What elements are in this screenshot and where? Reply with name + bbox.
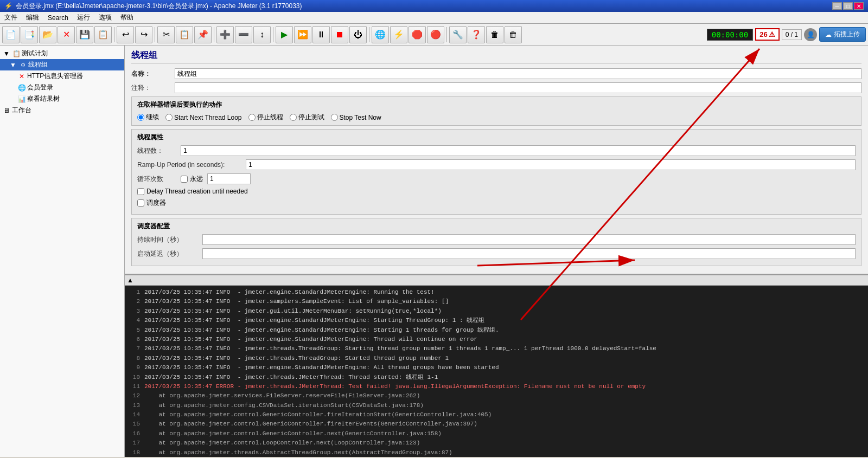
start-delay-input[interactable] <box>202 248 856 259</box>
maximize-button[interactable]: □ <box>843 2 853 10</box>
log-line: 22017/03/25 10:35:47 INFO - jmeter.sampl… <box>127 297 866 306</box>
delay-thread-checkbox[interactable] <box>137 188 144 195</box>
close-button[interactable]: ✕ <box>854 2 864 10</box>
radio-continue[interactable]: 继续 <box>137 113 159 122</box>
save-as-button[interactable]: 📋 <box>94 26 112 43</box>
clear-button[interactable]: 🗑 <box>486 26 503 43</box>
warning-badge[interactable]: 26 ⚠ <box>755 28 779 41</box>
menu-help[interactable]: 帮助 <box>116 12 138 23</box>
menu-search[interactable]: Search <box>43 13 73 23</box>
start-no-pause-button[interactable]: ⏩ <box>294 26 311 43</box>
copy-button[interactable]: 📋 <box>176 26 193 43</box>
log-line: 72017/03/25 10:35:47 INFO - jmeter.threa… <box>127 344 866 353</box>
comment-input[interactable] <box>175 82 861 93</box>
cut-button[interactable]: ✂ <box>157 26 175 43</box>
log-line: 92017/03/25 10:35:47 INFO - jmeter.engin… <box>127 363 866 372</box>
scheduler-label[interactable]: 调度器 <box>137 198 166 208</box>
expand-button[interactable]: ➕ <box>216 26 234 43</box>
log-lines-container: 12017/03/25 10:35:47 INFO - jmeter.engin… <box>127 288 866 457</box>
start-delay-row: 启动延迟（秒） <box>137 248 856 259</box>
tree-item-login[interactable]: 🌐 会员登录 <box>0 82 124 93</box>
radio-next-loop[interactable]: Start Next Thread Loop <box>165 114 242 121</box>
remote-stop-all-button[interactable]: 🔴 <box>427 26 444 43</box>
menu-options[interactable]: 选项 <box>94 12 116 23</box>
expand-icon: ▼ <box>2 49 11 58</box>
remote-stop-button[interactable]: 🛑 <box>409 26 426 43</box>
redo-button[interactable]: ↪ <box>135 26 152 43</box>
tree-item-workbench[interactable]: 🖥 工作台 <box>0 105 124 116</box>
thread-count-row: 线程数： <box>137 145 856 156</box>
separator-5 <box>369 27 369 42</box>
stop-button[interactable]: ⏹ <box>331 26 348 43</box>
shutdown-button[interactable]: ⏻ <box>349 26 367 43</box>
radio-stop-test-now[interactable]: Stop Test Now <box>331 114 381 121</box>
workbench-icon: 🖥 <box>2 106 11 115</box>
log-line: 13 at org.apache.jmeter.config.CSVDataSe… <box>127 401 866 410</box>
collapse-button[interactable]: ➖ <box>235 26 252 43</box>
ramp-up-label: Ramp-Up Period (in seconds): <box>137 161 246 169</box>
tree-item-http-header[interactable]: ✕ HTTP信息头管理器 <box>0 70 124 82</box>
tree-item-label-3: HTTP信息头管理器 <box>27 72 83 81</box>
ramp-up-input[interactable] <box>246 159 856 170</box>
clear-all-button[interactable]: 🗑 <box>505 26 522 43</box>
tree-item-thread-group[interactable]: ▼ ⚙ 线程组 <box>0 59 124 70</box>
open-button[interactable]: 📂 <box>39 26 56 43</box>
log-line: 112017/03/25 10:35:47 ERROR - jmeter.thr… <box>127 382 866 391</box>
thread-props-section: 线程属性 线程数： Ramp-Up Period (in seconds): 循… <box>131 129 861 215</box>
minimize-button[interactable]: ─ <box>832 2 842 10</box>
menu-edit[interactable]: 编辑 <box>22 12 43 23</box>
tree-item-test-plan[interactable]: ▼ 📋 测试计划 <box>0 48 124 59</box>
help-button[interactable]: ❓ <box>468 26 485 43</box>
name-input[interactable] <box>175 68 861 79</box>
pause-button[interactable]: ⏸ <box>312 26 330 43</box>
log-toggle-icon[interactable]: ▲ <box>127 276 133 284</box>
forever-checkbox-label[interactable]: 永远 <box>181 175 203 184</box>
log-line: 82017/03/25 10:35:47 INFO - jmeter.threa… <box>127 354 866 363</box>
new-button[interactable]: 📄 <box>2 26 20 43</box>
duration-input[interactable] <box>202 234 856 245</box>
remote-start-all-button[interactable]: ⚡ <box>390 26 407 43</box>
loop-count-input[interactable] <box>207 173 251 184</box>
close-button[interactable]: ✕ <box>58 26 75 43</box>
open-template-button[interactable]: 📑 <box>21 26 38 43</box>
radio-stop-thread[interactable]: 停止线程 <box>248 113 283 122</box>
thread-count-input[interactable] <box>181 145 856 156</box>
warning-icon: ⚠ <box>769 30 775 38</box>
ramp-up-row: Ramp-Up Period (in seconds): <box>137 159 856 170</box>
menu-run[interactable]: 运行 <box>73 12 94 23</box>
paste-button[interactable]: 📌 <box>194 26 212 43</box>
cloud-upload-icon: ☁ <box>825 31 832 38</box>
scheduler-text: 调度器 <box>146 198 166 208</box>
toolbar: 📄 📑 📂 ✕ 💾 📋 ↩ ↪ ✂ 📋 📌 ➕ ➖ ↕ ▶ ⏩ ⏸ ⏹ ⏻ 🌐 … <box>0 24 868 46</box>
log-line: 32017/03/25 10:35:47 INFO - jmeter.gui.u… <box>127 307 866 316</box>
undo-button[interactable]: ↩ <box>117 26 134 43</box>
content-panel: 线程组 名称： 注释： 在取样器错误后要执行的动作 继续 <box>125 46 868 457</box>
toggle-button[interactable]: ↕ <box>253 26 271 43</box>
radio-stop-test[interactable]: 停止测试 <box>290 113 324 122</box>
log-line: 12 at org.apache.jmeter.services.FileSer… <box>127 391 866 401</box>
profile-avatar: 👤 <box>804 28 817 41</box>
tree-item-label: 测试计划 <box>22 49 48 58</box>
start-button[interactable]: ▶ <box>276 26 293 43</box>
tree-item-label-4: 会员登录 <box>27 83 53 92</box>
delay-thread-label[interactable]: Delay Thread creation until needed <box>137 188 248 195</box>
error-action-radio-group: 继续 Start Next Thread Loop 停止线程 停止测试 <box>137 113 856 122</box>
comment-row: 注释： <box>131 82 861 93</box>
upload-button[interactable]: ☁ 拓搜上传 <box>819 27 866 42</box>
menu-file[interactable]: 文件 <box>0 12 22 23</box>
expand-icon-2: ▼ <box>9 61 17 69</box>
tree-item-results[interactable]: 📊 察看结果树 <box>0 93 124 105</box>
function-helper-button[interactable]: 🔧 <box>449 26 467 43</box>
thread-group-icon: ⚙ <box>18 61 27 69</box>
forever-checkbox[interactable] <box>181 176 188 183</box>
thread-props-title: 线程属性 <box>137 133 856 142</box>
duration-row: 持续时间（秒） <box>137 234 856 245</box>
tree-item-label-5: 察看结果树 <box>27 94 60 104</box>
log-area[interactable]: 12017/03/25 10:35:47 INFO - jmeter.engin… <box>125 286 868 457</box>
scheduler-checkbox[interactable] <box>137 199 144 207</box>
log-line: 18 at org.apache.jmeter.threads.Abstract… <box>127 448 866 457</box>
name-row: 名称： <box>131 68 861 79</box>
save-button[interactable]: 💾 <box>76 26 93 43</box>
remote-start-button[interactable]: 🌐 <box>372 26 389 43</box>
scheduler-config-section: 调度器配置 持续时间（秒） 启动延迟（秒） <box>131 218 861 266</box>
